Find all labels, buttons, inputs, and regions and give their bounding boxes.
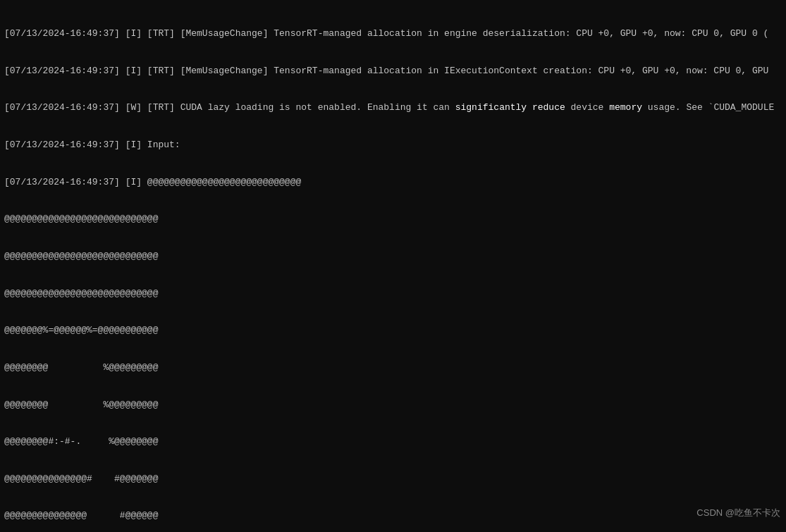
line-2: [07/13/2024-16:49:37] [I] [TRT] [MemUsag… xyxy=(4,65,782,78)
ascii-6: @@@@@@@@ %@@@@@@@@@ xyxy=(4,399,782,412)
line-1: [07/13/2024-16:49:37] [I] [TRT] [MemUsag… xyxy=(4,27,782,40)
terminal-window: [07/13/2024-16:49:37] [I] [TRT] [MemUsag… xyxy=(0,0,786,532)
watermark: CSDN @吃鱼不卡次 xyxy=(696,507,780,519)
ascii-9: @@@@@@@@@@@@@@@ #@@@@@@ xyxy=(4,509,782,522)
ascii-2: @@@@@@@@@@@@@@@@@@@@@@@@@@@@ xyxy=(4,250,782,263)
terminal-output: [07/13/2024-16:49:37] [I] [TRT] [MemUsag… xyxy=(4,3,782,532)
line-3: [07/13/2024-16:49:37] [W] [TRT] CUDA laz… xyxy=(4,101,782,114)
line-5: [07/13/2024-16:49:37] [I] @@@@@@@@@@@@@@… xyxy=(4,176,782,189)
ascii-8: @@@@@@@@@@@@@@@# #@@@@@@@ xyxy=(4,473,782,485)
ascii-5: @@@@@@@@ %@@@@@@@@@ xyxy=(4,361,782,374)
ascii-7: @@@@@@@@#:-#-. %@@@@@@@@ xyxy=(4,435,782,448)
ascii-4: @@@@@@@%=@@@@@@%=@@@@@@@@@@@ xyxy=(4,324,782,337)
ascii-1: @@@@@@@@@@@@@@@@@@@@@@@@@@@@ xyxy=(4,213,782,225)
ascii-3: @@@@@@@@@@@@@@@@@@@@@@@@@@@@ xyxy=(4,287,782,300)
line-4: [07/13/2024-16:49:37] [I] Input: xyxy=(4,139,782,151)
